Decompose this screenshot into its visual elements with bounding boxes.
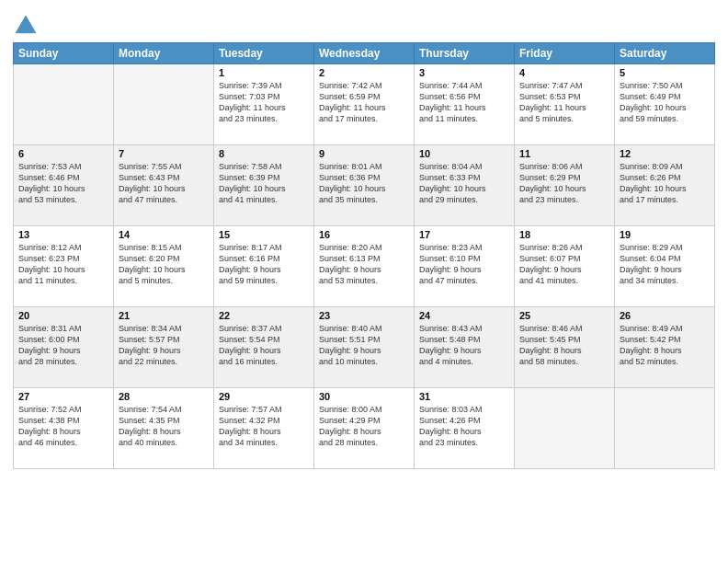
calendar-week-row: 6Sunrise: 7:53 AM Sunset: 6:46 PM Daylig… [14,145,715,226]
col-header-thursday: Thursday [415,43,515,64]
day-number: 2 [319,67,409,78]
calendar-cell: 23Sunrise: 8:40 AM Sunset: 5:51 PM Dayli… [314,307,415,388]
calendar-cell: 29Sunrise: 7:57 AM Sunset: 4:32 PM Dayli… [214,388,314,469]
calendar-cell: 25Sunrise: 8:46 AM Sunset: 5:45 PM Dayli… [515,307,615,388]
day-number: 27 [18,391,108,402]
day-info: Sunrise: 7:54 AM Sunset: 4:35 PM Dayligh… [119,404,209,449]
day-number: 19 [620,229,710,240]
calendar-cell: 30Sunrise: 8:00 AM Sunset: 4:29 PM Dayli… [314,388,415,469]
day-number: 6 [18,148,108,159]
day-number: 11 [519,148,609,159]
day-number: 31 [419,391,509,402]
header [13,9,715,39]
calendar-cell: 31Sunrise: 8:03 AM Sunset: 4:26 PM Dayli… [415,388,515,469]
day-info: Sunrise: 8:17 AM Sunset: 6:16 PM Dayligh… [219,242,309,287]
day-info: Sunrise: 8:12 AM Sunset: 6:23 PM Dayligh… [18,242,108,287]
calendar-cell: 18Sunrise: 8:26 AM Sunset: 6:07 PM Dayli… [515,226,615,307]
day-number: 21 [119,310,209,321]
day-info: Sunrise: 8:34 AM Sunset: 5:57 PM Dayligh… [119,323,209,368]
day-number: 8 [219,148,309,159]
day-number: 3 [419,67,509,78]
day-number: 12 [620,148,710,159]
calendar-cell [615,388,715,469]
day-info: Sunrise: 8:09 AM Sunset: 6:26 PM Dayligh… [620,161,710,206]
day-info: Sunrise: 8:23 AM Sunset: 6:10 PM Dayligh… [419,242,509,287]
calendar-cell: 22Sunrise: 8:37 AM Sunset: 5:54 PM Dayli… [214,307,314,388]
col-header-wednesday: Wednesday [314,43,415,64]
day-number: 28 [119,391,209,402]
day-number: 1 [219,67,309,78]
day-number: 26 [620,310,710,321]
calendar-week-row: 20Sunrise: 8:31 AM Sunset: 6:00 PM Dayli… [14,307,715,388]
calendar-cell: 2Sunrise: 7:42 AM Sunset: 6:59 PM Daylig… [314,64,415,145]
day-info: Sunrise: 7:44 AM Sunset: 6:56 PM Dayligh… [419,80,509,125]
day-info: Sunrise: 8:43 AM Sunset: 5:48 PM Dayligh… [419,323,509,368]
col-header-monday: Monday [114,43,214,64]
calendar: SundayMondayTuesdayWednesdayThursdayFrid… [13,42,715,469]
day-info: Sunrise: 8:00 AM Sunset: 4:29 PM Dayligh… [319,404,409,449]
day-number: 10 [419,148,509,159]
calendar-cell: 8Sunrise: 7:58 AM Sunset: 6:39 PM Daylig… [214,145,314,226]
calendar-cell [114,64,214,145]
calendar-cell: 15Sunrise: 8:17 AM Sunset: 6:16 PM Dayli… [214,226,314,307]
calendar-cell: 11Sunrise: 8:06 AM Sunset: 6:29 PM Dayli… [515,145,615,226]
day-info: Sunrise: 7:39 AM Sunset: 7:03 PM Dayligh… [219,80,309,125]
day-number: 15 [219,229,309,240]
day-number: 9 [319,148,409,159]
calendar-cell: 5Sunrise: 7:50 AM Sunset: 6:49 PM Daylig… [615,64,715,145]
day-info: Sunrise: 7:50 AM Sunset: 6:49 PM Dayligh… [620,80,710,125]
calendar-cell: 26Sunrise: 8:49 AM Sunset: 5:42 PM Dayli… [615,307,715,388]
calendar-cell: 1Sunrise: 7:39 AM Sunset: 7:03 PM Daylig… [214,64,314,145]
calendar-cell: 9Sunrise: 8:01 AM Sunset: 6:36 PM Daylig… [314,145,415,226]
calendar-cell: 28Sunrise: 7:54 AM Sunset: 4:35 PM Dayli… [114,388,214,469]
day-number: 30 [319,391,409,402]
day-info: Sunrise: 7:55 AM Sunset: 6:43 PM Dayligh… [119,161,209,206]
day-number: 14 [119,229,209,240]
day-number: 17 [419,229,509,240]
col-header-friday: Friday [515,43,615,64]
day-info: Sunrise: 8:46 AM Sunset: 5:45 PM Dayligh… [519,323,609,368]
calendar-cell: 20Sunrise: 8:31 AM Sunset: 6:00 PM Dayli… [14,307,114,388]
day-info: Sunrise: 8:40 AM Sunset: 5:51 PM Dayligh… [319,323,409,368]
day-info: Sunrise: 8:06 AM Sunset: 6:29 PM Dayligh… [519,161,609,206]
day-info: Sunrise: 7:52 AM Sunset: 4:38 PM Dayligh… [18,404,108,449]
day-number: 18 [519,229,609,240]
calendar-week-row: 1Sunrise: 7:39 AM Sunset: 7:03 PM Daylig… [14,64,715,145]
day-info: Sunrise: 7:58 AM Sunset: 6:39 PM Dayligh… [219,161,309,206]
calendar-cell: 10Sunrise: 8:04 AM Sunset: 6:33 PM Dayli… [415,145,515,226]
day-info: Sunrise: 8:20 AM Sunset: 6:13 PM Dayligh… [319,242,409,287]
calendar-cell: 12Sunrise: 8:09 AM Sunset: 6:26 PM Dayli… [615,145,715,226]
calendar-cell: 3Sunrise: 7:44 AM Sunset: 6:56 PM Daylig… [415,64,515,145]
day-info: Sunrise: 7:53 AM Sunset: 6:46 PM Dayligh… [18,161,108,206]
calendar-cell: 14Sunrise: 8:15 AM Sunset: 6:20 PM Dayli… [114,226,214,307]
calendar-week-row: 27Sunrise: 7:52 AM Sunset: 4:38 PM Dayli… [14,388,715,469]
calendar-cell: 21Sunrise: 8:34 AM Sunset: 5:57 PM Dayli… [114,307,214,388]
day-number: 29 [219,391,309,402]
calendar-cell: 4Sunrise: 7:47 AM Sunset: 6:53 PM Daylig… [515,64,615,145]
day-number: 25 [519,310,609,321]
day-info: Sunrise: 8:01 AM Sunset: 6:36 PM Dayligh… [319,161,409,206]
calendar-cell: 7Sunrise: 7:55 AM Sunset: 6:43 PM Daylig… [114,145,214,226]
day-info: Sunrise: 8:29 AM Sunset: 6:04 PM Dayligh… [620,242,710,287]
day-number: 22 [219,310,309,321]
day-info: Sunrise: 8:31 AM Sunset: 6:00 PM Dayligh… [18,323,108,368]
calendar-cell: 13Sunrise: 8:12 AM Sunset: 6:23 PM Dayli… [14,226,114,307]
day-number: 20 [18,310,108,321]
day-info: Sunrise: 8:49 AM Sunset: 5:42 PM Dayligh… [620,323,710,368]
day-info: Sunrise: 7:42 AM Sunset: 6:59 PM Dayligh… [319,80,409,125]
logo-area [13,9,40,39]
day-info: Sunrise: 8:04 AM Sunset: 6:33 PM Dayligh… [419,161,509,206]
calendar-week-row: 13Sunrise: 8:12 AM Sunset: 6:23 PM Dayli… [14,226,715,307]
calendar-cell: 19Sunrise: 8:29 AM Sunset: 6:04 PM Dayli… [615,226,715,307]
day-number: 4 [519,67,609,78]
day-info: Sunrise: 7:47 AM Sunset: 6:53 PM Dayligh… [519,80,609,125]
day-number: 16 [319,229,409,240]
day-info: Sunrise: 7:57 AM Sunset: 4:32 PM Dayligh… [219,404,309,449]
col-header-tuesday: Tuesday [214,43,314,64]
day-number: 7 [119,148,209,159]
calendar-cell: 17Sunrise: 8:23 AM Sunset: 6:10 PM Dayli… [415,226,515,307]
calendar-cell: 24Sunrise: 8:43 AM Sunset: 5:48 PM Dayli… [415,307,515,388]
calendar-cell: 27Sunrise: 7:52 AM Sunset: 4:38 PM Dayli… [14,388,114,469]
calendar-cell: 16Sunrise: 8:20 AM Sunset: 6:13 PM Dayli… [314,226,415,307]
calendar-cell [14,64,114,145]
